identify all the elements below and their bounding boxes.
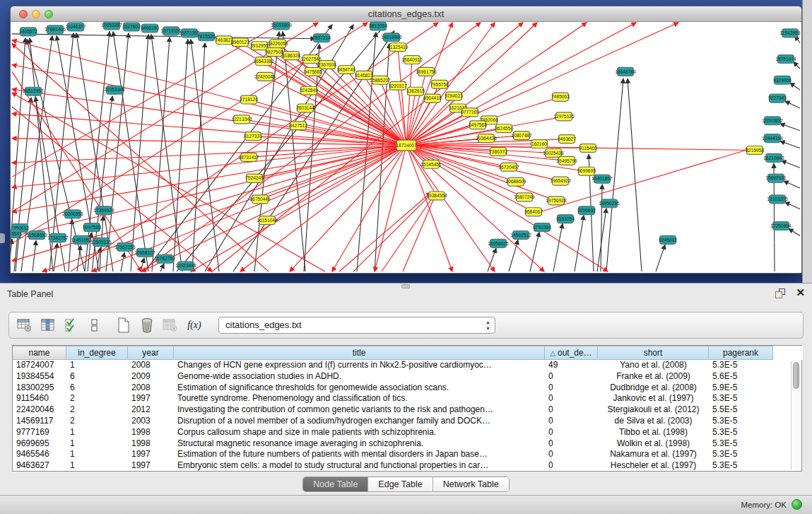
graph-node-teal[interactable]: 16401857	[592, 175, 613, 183]
table-vertical-scrollbar[interactable]	[791, 361, 800, 469]
graph-node-yellow[interactable]: 8427512	[289, 122, 307, 130]
column-header-out_de[interactable]: △out_de…	[545, 346, 598, 360]
cell-name[interactable]: 18300295	[13, 382, 66, 394]
cell-year[interactable]: 1997	[128, 449, 174, 460]
cell-in_degree[interactable]: 1	[66, 449, 128, 460]
network-canvas[interactable]: 1872400724055723769140611046377106532871…	[11, 22, 801, 273]
citation-edge-black[interactable]	[656, 245, 665, 271]
cell-name[interactable]: 22420046	[13, 404, 66, 416]
graph-node-teal[interactable]: 11046377	[66, 23, 86, 31]
graph-node-hub[interactable]: 18724007	[396, 140, 417, 151]
graph-node-teal[interactable]: 16958107	[134, 248, 155, 257]
graph-node-yellow[interactable]: 20364436	[476, 134, 497, 143]
graph-node-yellow[interactable]: 15145451	[420, 160, 442, 168]
graph-node-yellow[interactable]: 9699695	[577, 167, 596, 175]
cell-short[interactable]: Hescheler et al. (1997)	[598, 460, 709, 472]
graph-node-yellow[interactable]: 19654923	[550, 177, 571, 185]
network-window[interactable]: citations_edges.txt 18724007240557237691…	[10, 6, 802, 274]
graph-node-yellow[interactable]: 15885207	[370, 76, 391, 84]
graph-node-yellow[interactable]: 8186328	[282, 52, 300, 60]
graph-node-teal[interactable]: 8813054	[369, 22, 387, 30]
cell-title[interactable]: Embryonic stem cells: a model to study s…	[174, 460, 545, 472]
graph-node-yellow[interactable]: 10025438	[543, 148, 564, 157]
cell-year[interactable]: 2003	[128, 416, 174, 427]
graph-node-yellow[interactable]: 10807487	[511, 132, 532, 140]
graph-node-yellow[interactable]: 162160	[531, 140, 548, 148]
graph-node-yellow[interactable]: 9827508	[265, 48, 283, 57]
cell-short[interactable]: Dudbridge et al. (2008)	[598, 382, 709, 394]
citation-edge-black[interactable]	[192, 43, 205, 271]
graph-node-teal[interactable]: 7857224	[312, 34, 331, 42]
graph-node-teal[interactable]: 16033809	[271, 22, 292, 30]
cell-out_de[interactable]: 0	[545, 460, 598, 472]
cell-year[interactable]: 2012	[128, 404, 174, 416]
cell-out_de[interactable]: 0	[545, 438, 598, 450]
cell-in_degree[interactable]: 1	[66, 427, 128, 438]
graph-node-teal[interactable]: 16210643	[763, 153, 784, 162]
citation-edge-black[interactable]	[790, 83, 800, 90]
cell-year[interactable]: 2008	[128, 382, 174, 394]
graph-node-yellow[interactable]: 1362615	[406, 87, 425, 95]
citation-edge-black[interactable]	[794, 62, 800, 69]
graph-node-teal[interactable]: 12923448	[175, 262, 196, 270]
graph-node-yellow[interactable]: 8215958	[746, 146, 764, 155]
cell-year[interactable]: 1997	[128, 393, 174, 404]
graph-node-yellow[interactable]: 9777169	[461, 108, 479, 117]
cell-pagerank[interactable]: 5.3E-5	[709, 416, 773, 427]
tab-network-table[interactable]: Network Table	[433, 477, 509, 491]
citation-edge-black[interactable]	[575, 216, 584, 271]
graph-node-yellow[interactable]: 9794023	[445, 92, 463, 100]
cell-in_degree[interactable]: 2	[66, 393, 128, 404]
graph-node-teal[interactable]: 15751074	[775, 55, 796, 64]
cell-pagerank[interactable]: 5.3E-5	[709, 460, 773, 472]
cell-title[interactable]: Corpus callosum shape and size in male p…	[174, 427, 545, 438]
cell-out_de[interactable]: 0	[545, 427, 598, 438]
graph-node-teal[interactable]: 17957255	[114, 243, 136, 251]
network-select[interactable]: citations_edges.txt ▲▼	[218, 317, 495, 334]
cell-pagerank[interactable]: 5.3E-5	[709, 438, 773, 450]
cell-name[interactable]: 9463627	[13, 460, 66, 472]
cell-year[interactable]: 2009	[128, 371, 174, 382]
panel-splitter-handle[interactable]	[401, 284, 410, 288]
graph-node-yellow[interactable]: 10688609	[505, 177, 526, 186]
citation-edge-black[interactable]	[14, 98, 31, 271]
cell-title[interactable]: Changes of HCN gene expression and I(f) …	[174, 360, 545, 371]
graph-node-yellow[interactable]: 9115460	[579, 144, 597, 153]
cell-title[interactable]: Structural magnetic resonance image aver…	[174, 438, 545, 450]
cell-out_de[interactable]: 0	[545, 371, 598, 382]
cell-pagerank[interactable]: 5.6E-5	[709, 371, 773, 382]
graph-node-yellow[interactable]: 22420046	[254, 72, 276, 81]
citation-edge-black[interactable]	[33, 240, 36, 271]
cell-name[interactable]: 9777169	[13, 427, 66, 438]
citation-edge-red[interactable]	[290, 146, 406, 271]
cell-year[interactable]: 2008	[128, 360, 174, 371]
cell-in_degree[interactable]: 1	[66, 460, 128, 472]
column-header-title[interactable]: title	[174, 346, 545, 360]
cell-out_de[interactable]: 49	[545, 360, 598, 371]
graph-node-yellow[interactable]: 18731417	[238, 153, 259, 161]
citation-edge-red[interactable]	[267, 146, 406, 221]
cell-short[interactable]: Franke et al. (2009)	[598, 371, 709, 382]
graph-node-teal[interactable]: 9191054	[556, 215, 575, 223]
table-row[interactable]: 977716911998Corpus callosum shape and si…	[13, 427, 801, 438]
graph-node-yellow[interactable]: 19495796	[556, 156, 577, 165]
cell-out_de[interactable]: 0	[545, 416, 598, 427]
citation-edge-red[interactable]	[191, 146, 406, 271]
graph-node-teal[interactable]: 10653287	[101, 22, 122, 30]
graph-node-yellow[interactable]: 15640910	[401, 56, 423, 64]
graph-node-yellow[interactable]: 12213343	[231, 115, 252, 124]
citation-edge-black[interactable]	[785, 202, 800, 209]
citation-edge-red[interactable]	[375, 146, 406, 271]
cell-short[interactable]: de Silva et al. (2003)	[598, 416, 709, 427]
graph-node-yellow[interactable]: 16151044	[257, 216, 278, 225]
graph-node-yellow[interactable]: 3624554	[495, 124, 513, 133]
graph-node-teal[interactable]: 18950295	[599, 199, 620, 208]
graph-node-teal[interactable]: 14592512	[510, 231, 531, 240]
citation-edge-black[interactable]	[784, 181, 800, 188]
cell-in_degree[interactable]: 6	[66, 371, 128, 382]
graph-node-teal[interactable]: 12444154	[762, 134, 783, 143]
cell-in_degree[interactable]: 2	[66, 416, 128, 427]
cell-short[interactable]: Jankovic et al. (1997)	[598, 393, 709, 404]
graph-node-yellow[interactable]: 7955758	[430, 80, 449, 88]
graph-node-teal[interactable]: 12103205	[767, 195, 788, 204]
